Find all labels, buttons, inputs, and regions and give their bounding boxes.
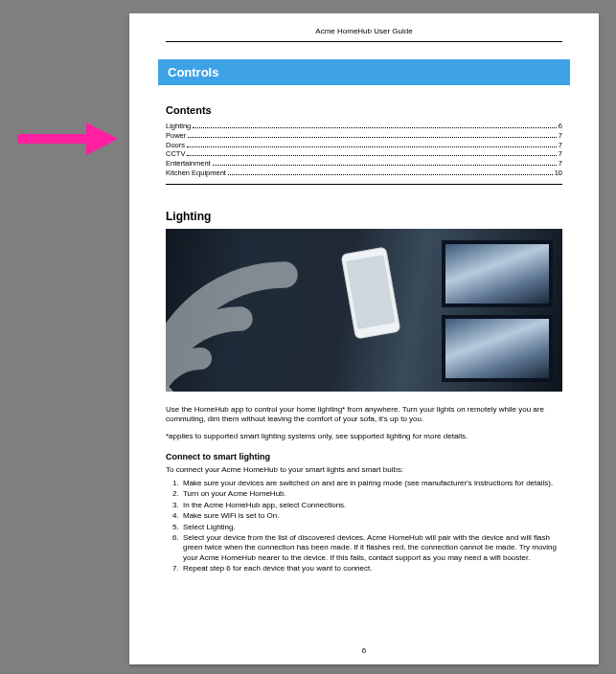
toc-leader: [228, 174, 553, 175]
connect-intro-text: To connect your Acme HomeHub to your sma…: [166, 465, 562, 475]
toc-label: Power: [166, 131, 186, 141]
section-heading-lighting: Lighting: [166, 210, 562, 223]
toc-row[interactable]: Lighting 6: [166, 122, 562, 131]
toc-row[interactable]: CCTV 7: [166, 149, 562, 159]
toc-label: Lighting: [166, 122, 191, 131]
step-item: Turn on your Acme HomeHub.: [181, 489, 562, 499]
connect-heading: Connect to smart lighting: [166, 452, 562, 461]
toc-leader: [188, 137, 557, 138]
doc-header: Acme HomeHub User Guide: [166, 13, 562, 42]
table-of-contents: Lighting 6 Power 7 Doors 7 CCTV 7 Entert…: [166, 122, 562, 185]
document-page: Acme HomeHub User Guide Controls Content…: [129, 13, 599, 664]
page-number: 6: [129, 646, 599, 655]
toc-row[interactable]: Kitchen Equipment 10: [166, 168, 562, 178]
toc-page: 7: [559, 149, 562, 159]
toc-leader: [187, 146, 557, 147]
svg-rect-0: [17, 134, 92, 144]
wifi-icon: [166, 231, 329, 392]
toc-leader: [193, 127, 557, 128]
step-item: Make sure your devices are switched on a…: [181, 479, 562, 488]
lighting-intro-text: Use the HomeHub app to control your home…: [166, 405, 562, 425]
lighting-footnote-text: *applies to supported smart lighting sys…: [166, 432, 562, 441]
toc-row[interactable]: Power 7: [166, 131, 562, 141]
toc-row[interactable]: Entertainment 7: [166, 159, 562, 168]
room-thumbnail: [442, 240, 553, 307]
annotation-arrow-icon: [17, 123, 118, 155]
step-item: Make sure WiFi is set to On.: [181, 511, 562, 521]
svg-marker-1: [86, 123, 118, 155]
toc-page: 7: [559, 159, 562, 168]
toc-page: 10: [555, 168, 562, 178]
contents-heading: Contents: [166, 104, 562, 116]
step-item: Select your device from the list of disc…: [181, 533, 562, 563]
room-thumbnail: [442, 315, 553, 382]
toc-leader: [187, 155, 556, 156]
toc-page: 6: [559, 122, 562, 131]
step-item: Repeat step 6 for each device that you w…: [181, 564, 562, 573]
step-item: In the Acme HomeHub app, select Connecti…: [181, 501, 562, 510]
toc-leader: [213, 165, 557, 166]
step-item: Select Lighting.: [181, 523, 562, 532]
controls-banner: Controls: [158, 59, 570, 85]
toc-label: Kitchen Equipment: [166, 168, 226, 178]
toc-label: Doors: [166, 141, 185, 150]
toc-label: Entertainment: [166, 159, 211, 168]
toc-page: 7: [559, 131, 562, 141]
toc-page: 7: [559, 141, 562, 150]
toc-row[interactable]: Doors 7: [166, 141, 562, 150]
hero-image: [166, 229, 562, 392]
connect-steps: Make sure your devices are switched on a…: [166, 479, 562, 574]
toc-label: CCTV: [166, 149, 185, 159]
